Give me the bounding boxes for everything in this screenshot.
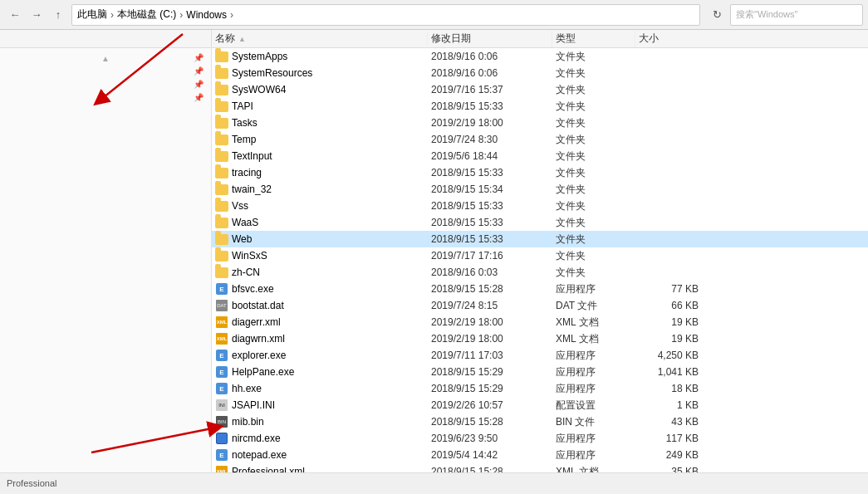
breadcrumb-this-pc[interactable]: 此电脑 [77, 7, 107, 22]
file-icon-container [215, 100, 228, 113]
file-type: 文件夹 [556, 183, 639, 197]
pin-icon-3[interactable]: 📌 [193, 78, 204, 90]
breadcrumb-sep-3: › [230, 9, 233, 21]
exe-icon: E [216, 366, 228, 378]
table-row[interactable]: Web 2018/9/15 15:33 文件夹 [212, 231, 868, 247]
file-icon-container [215, 166, 228, 179]
file-name: JSAPI.INI [232, 399, 431, 411]
table-row[interactable]: E hh.exe 2018/9/15 15:29 应用程序 18 KB [212, 380, 868, 397]
file-type: 文件夹 [556, 100, 639, 114]
file-type: XML 文档 [556, 465, 639, 473]
folder-icon [215, 251, 228, 262]
col-header-type[interactable]: 类型 [552, 30, 635, 47]
file-date: 2019/7/11 17:03 [431, 350, 556, 361]
file-icon-container: E [215, 382, 228, 395]
sidebar-scroll-up[interactable]: ▲ [0, 51, 211, 65]
table-row[interactable]: INI JSAPI.INI 2019/2/26 10:57 配置设置 1 KB [212, 397, 868, 413]
table-row[interactable]: E notepad.exe 2019/5/4 14:42 应用程序 249 KB [212, 447, 868, 463]
table-row[interactable]: E explorer.exe 2019/7/11 17:03 应用程序 4,25… [212, 347, 868, 364]
xml-icon: XML [216, 333, 228, 345]
file-type: 文件夹 [556, 216, 639, 230]
search-box[interactable]: 搜索"Windows" [730, 4, 863, 26]
table-row[interactable]: Vss 2018/9/15 15:33 文件夹 [212, 198, 868, 214]
table-row[interactable]: SystemApps 2018/9/16 0:06 文件夹 [212, 48, 868, 65]
file-date: 2018/9/15 15:33 [431, 233, 556, 245]
table-row[interactable]: TAPI 2018/9/15 15:33 文件夹 [212, 98, 868, 115]
breadcrumb-sep-1: › [110, 9, 114, 21]
file-icon-container [215, 432, 228, 445]
file-date: 2018/9/15 15:33 [431, 167, 556, 179]
file-date: 2019/6/23 9:50 [431, 433, 556, 444]
pin-icon-1[interactable]: 📌 [193, 51, 204, 63]
table-row[interactable]: E bfsvc.exe 2018/9/15 15:28 应用程序 77 KB [212, 281, 868, 297]
table-row[interactable]: Tasks 2019/2/19 18:00 文件夹 [212, 115, 868, 131]
forward-button[interactable]: → [27, 5, 47, 25]
file-size: 66 KB [639, 300, 705, 311]
file-name: Web [232, 233, 431, 245]
table-row[interactable]: nircmd.exe 2019/6/23 9:50 应用程序 117 KB [212, 430, 868, 447]
file-date: 2018/9/15 15:28 [431, 416, 556, 428]
file-type: 应用程序 [556, 282, 639, 296]
main-layout: ▲ 📌 📌 📌 📌 SystemApps 2018/9/16 0:06 文件夹 … [0, 48, 868, 472]
address-bar: ← → ↑ 此电脑 › 本地磁盘 (C:) › Windows › ↻ 搜索"W… [0, 0, 868, 30]
table-row[interactable]: TextInput 2019/5/6 18:44 文件夹 [212, 148, 868, 164]
table-row[interactable]: twain_32 2018/9/15 15:34 文件夹 [212, 181, 868, 198]
col-header-date[interactable]: 修改日期 [428, 30, 552, 47]
file-type: 应用程序 [556, 382, 639, 396]
status-text: Professional [7, 478, 57, 488]
file-list[interactable]: SystemApps 2018/9/16 0:06 文件夹 SystemReso… [212, 48, 868, 472]
table-row[interactable]: XML diagwrn.xml 2019/2/19 18:00 XML 文档 1… [212, 330, 868, 347]
file-icon-container [215, 116, 228, 130]
table-row[interactable]: WaaS 2018/9/15 15:33 文件夹 [212, 214, 868, 231]
folder-icon [215, 68, 228, 79]
file-date: 2018/9/15 15:34 [431, 183, 556, 195]
table-row[interactable]: XML diagerr.xml 2019/2/19 18:00 XML 文档 1… [212, 314, 868, 330]
file-date: 2018/9/15 15:29 [431, 383, 556, 394]
table-row[interactable]: zh-CN 2018/9/16 0:03 文件夹 [212, 264, 868, 281]
exe-icon: E [216, 350, 228, 361]
col-header-size[interactable]: 大小 [635, 30, 702, 47]
breadcrumb-windows[interactable]: Windows [186, 9, 227, 21]
file-date: 2018/9/16 0:06 [431, 67, 556, 79]
up-button[interactable]: ↑ [48, 5, 68, 25]
file-icon-container: DAT [215, 299, 228, 312]
col-header-name[interactable]: 名称 ▲ [212, 32, 428, 46]
file-type: 文件夹 [556, 116, 639, 130]
table-row[interactable]: WinSxS 2019/7/17 17:16 文件夹 [212, 247, 868, 264]
file-type: 文件夹 [556, 266, 639, 280]
table-row[interactable]: tracing 2018/9/15 15:33 文件夹 [212, 164, 868, 181]
pin-icon-4[interactable]: 📌 [193, 91, 204, 103]
breadcrumb-c-drive[interactable]: 本地磁盘 (C:) [117, 7, 176, 22]
file-name: diagwrn.xml [232, 333, 431, 345]
nircmd-icon [216, 433, 228, 444]
file-name: SysWOW64 [232, 84, 431, 95]
exe-icon: E [216, 449, 228, 461]
sidebar-spacer [0, 30, 212, 47]
table-row[interactable]: BIN mib.bin 2018/9/15 15:28 BIN 文件 43 KB [212, 413, 868, 430]
table-row[interactable]: XML Professional.xml 2018/9/15 15:28 XML… [212, 463, 868, 472]
pin-icon-2[interactable]: 📌 [193, 65, 204, 76]
table-row[interactable]: Temp 2019/7/24 8:30 文件夹 [212, 131, 868, 148]
file-type: 文件夹 [556, 133, 639, 147]
file-size: 19 KB [639, 333, 705, 345]
file-icon-container [215, 232, 228, 246]
folder-icon [215, 51, 228, 62]
file-name: TextInput [232, 150, 431, 162]
table-row[interactable]: SysWOW64 2019/7/16 15:37 文件夹 [212, 81, 868, 98]
file-date: 2019/7/24 8:30 [431, 134, 556, 145]
refresh-button[interactable]: ↻ [707, 5, 727, 25]
table-row[interactable]: DAT bootstat.dat 2019/7/24 8:15 DAT 文件 6… [212, 297, 868, 314]
table-row[interactable]: E HelpPane.exe 2018/9/15 15:29 应用程序 1,04… [212, 364, 868, 380]
file-icon-container [215, 50, 228, 63]
back-button[interactable]: ← [5, 5, 25, 25]
file-date: 2018/9/15 15:29 [431, 366, 556, 378]
file-size: 1 KB [639, 399, 705, 411]
breadcrumb[interactable]: 此电脑 › 本地磁盘 (C:) › Windows › [71, 4, 700, 26]
sort-arrow-name: ▲ [238, 35, 246, 43]
folder-icon [215, 168, 228, 179]
file-type: DAT 文件 [556, 299, 639, 313]
file-icon-container: XML [215, 332, 228, 345]
file-name: notepad.exe [232, 449, 431, 461]
breadcrumb-sep-2: › [179, 9, 183, 21]
table-row[interactable]: SystemResources 2018/9/16 0:06 文件夹 [212, 65, 868, 81]
